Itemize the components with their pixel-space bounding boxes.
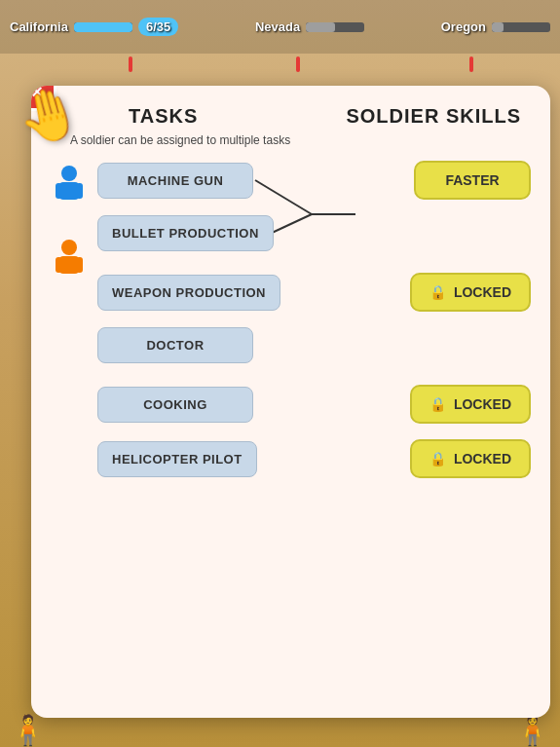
skill-weapon-locked[interactable]: 🔒 LOCKED [410, 273, 531, 312]
top-bar: California 6/35 Nevada Oregon [0, 0, 560, 54]
skill-faster[interactable]: FASTER [414, 161, 531, 200]
red-indicator-right [467, 56, 475, 76]
soldier-orange-icon [51, 239, 88, 276]
task-row-weapon-production: WEAPON PRODUCTION 🔒 LOCKED [97, 273, 531, 312]
bottom-char-left: 🧍 [10, 713, 46, 747]
soldiers-column [51, 165, 88, 494]
bottom-char-right: 🧍 [514, 713, 550, 747]
skill-cooking-locked[interactable]: 🔒 LOCKED [410, 385, 531, 424]
tasks-skills-area: MACHINE GUN FASTER BULLET PRODUCTION WEA… [97, 161, 531, 494]
svg-rect-3 [76, 183, 83, 199]
task-row-helicopter-pilot: HELICOPTER PILOT 🔒 LOCKED [97, 439, 531, 478]
locked-label-weapon: LOCKED [454, 284, 511, 300]
svg-rect-6 [56, 257, 62, 273]
state-california: California 6/35 [10, 18, 178, 36]
oregon-progress-bar [492, 22, 550, 32]
svg-point-4 [61, 240, 77, 255]
svg-point-0 [61, 166, 77, 181]
task-row-bullet-production: BULLET PRODUCTION [97, 215, 531, 251]
task-weapon-production[interactable]: WEAPON PRODUCTION [97, 275, 280, 311]
state-oregon: Oregon [441, 19, 550, 34]
state-nevada: Nevada [255, 19, 364, 34]
california-label: California [10, 19, 68, 34]
locked-label-helicopter: LOCKED [454, 451, 511, 467]
nevada-label: Nevada [255, 19, 300, 34]
nevada-progress-bar [306, 22, 364, 32]
california-progress-bar [74, 22, 132, 32]
task-row-doctor: DOCTOR [97, 327, 531, 363]
task-row-machine-gun: MACHINE GUN FASTER [97, 161, 531, 200]
lock-icon-weapon: 🔒 [429, 284, 446, 300]
locked-label-cooking: LOCKED [454, 396, 511, 412]
nevada-progress-fill [306, 22, 335, 32]
task-row-cooking: COOKING 🔒 LOCKED [97, 385, 531, 424]
oregon-progress-fill [492, 22, 504, 32]
svg-rect-7 [76, 257, 83, 273]
task-doctor[interactable]: DOCTOR [97, 327, 253, 363]
oregon-label: Oregon [441, 19, 486, 34]
california-score: 6/35 [138, 18, 178, 36]
modal-panel: × TASKS SOLDIER SKILLS A soldier can be … [31, 86, 550, 718]
task-machine-gun[interactable]: MACHINE GUN [97, 163, 253, 199]
svg-rect-2 [56, 183, 62, 199]
soldier-blue-icon [51, 165, 88, 202]
task-bullet-production[interactable]: BULLET PRODUCTION [97, 215, 274, 251]
content-area: MACHINE GUN FASTER BULLET PRODUCTION WEA… [51, 161, 531, 494]
bottom-characters: 🧍 🧍 [0, 713, 560, 747]
skills-heading: SOLDIER SKILLS [346, 105, 521, 128]
task-helicopter-pilot[interactable]: HELICOPTER PILOT [97, 441, 257, 477]
red-indicator-left [127, 56, 134, 76]
modal-subtitle: A soldier can be assigned to multiple ta… [51, 133, 531, 147]
task-cooking[interactable]: COOKING [97, 387, 253, 423]
modal-header: TASKS SOLDIER SKILLS [51, 105, 531, 128]
red-indicator-mid [294, 56, 302, 76]
skill-helicopter-locked[interactable]: 🔒 LOCKED [410, 439, 531, 478]
tasks-heading: TASKS [129, 105, 198, 128]
lock-icon-helicopter: 🔒 [429, 451, 446, 467]
lock-icon-cooking: 🔒 [429, 396, 446, 412]
california-progress-fill [74, 22, 132, 32]
